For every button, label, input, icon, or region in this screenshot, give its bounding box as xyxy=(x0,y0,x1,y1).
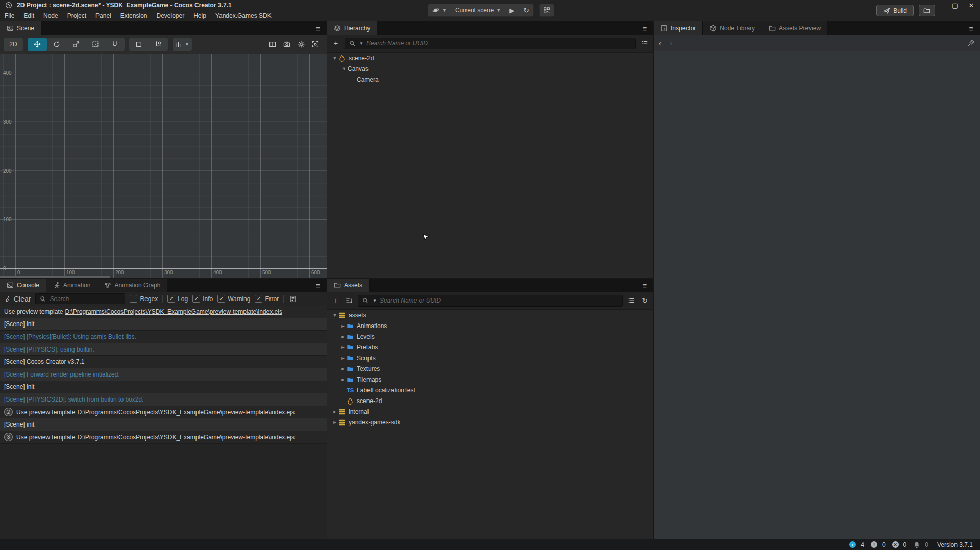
create-asset-button[interactable]: + xyxy=(331,295,340,306)
console-log-row[interactable]: 2Use preview templateD:\Programms\CocosP… xyxy=(0,406,327,419)
filter-warning[interactable]: ✓Warning xyxy=(217,295,250,303)
chevron-right-icon[interactable]: ► xyxy=(339,366,347,371)
history-forward-button[interactable]: › xyxy=(670,39,672,47)
scene-camera-button[interactable] xyxy=(283,41,290,48)
tab-animation[interactable]: Animation xyxy=(46,279,97,292)
tab-hierarchy[interactable]: Hierarchy xyxy=(327,21,377,35)
console-log-row[interactable]: [Scene] [PHYSICS]: using builtin. xyxy=(0,343,327,356)
tab-inspector[interactable]: Inspector xyxy=(654,21,703,35)
tab-animation-graph[interactable]: Animation Graph xyxy=(97,279,167,292)
preview-target-button[interactable]: ▼ xyxy=(428,4,451,16)
filter-error-checkbox[interactable]: ✓ xyxy=(255,295,262,303)
console-menu-button[interactable]: ≡ xyxy=(309,279,327,292)
console-log-row[interactable]: [Scene] [PHYSICS2D]: switch from builtin… xyxy=(0,393,327,406)
filter-log[interactable]: ✓Log xyxy=(167,295,188,303)
maximize-button[interactable]: ▢ xyxy=(949,1,961,10)
pivot-toggle-button[interactable] xyxy=(129,38,149,51)
asset-item-internal[interactable]: ►internal xyxy=(327,406,653,417)
chevron-down-icon[interactable]: ▼ xyxy=(340,66,348,71)
hierarchy-list-options-button[interactable] xyxy=(640,38,649,48)
console-log-row[interactable]: Use preview templateD:\Programms\CocosPr… xyxy=(0,306,327,318)
error-count-icon[interactable]: ✕ xyxy=(892,541,899,548)
move-tool-button[interactable] xyxy=(28,38,47,51)
bell-icon[interactable] xyxy=(913,541,920,548)
log-detail-button[interactable] xyxy=(288,294,298,304)
filter-log-checkbox[interactable]: ✓ xyxy=(167,295,175,303)
assets-refresh-button[interactable]: ↻ xyxy=(640,295,649,306)
coordinate-toggle-button[interactable] xyxy=(149,38,168,51)
assets-search-input[interactable]: ▼ Search Name or UUID xyxy=(358,295,623,307)
clear-console-button[interactable]: Clear xyxy=(4,294,31,304)
asset-item-yandex-games-sdk[interactable]: ►yandex-games-sdk xyxy=(327,417,653,428)
snap-tool-button[interactable] xyxy=(105,38,125,51)
tab-assets[interactable]: Assets xyxy=(327,279,370,292)
filter-info[interactable]: ✓Info xyxy=(192,295,213,303)
chevron-down-icon[interactable]: ▼ xyxy=(331,313,338,318)
asset-item-levels[interactable]: ►Levels xyxy=(327,331,653,342)
scene-viewport[interactable]: 4003002001000 0100200300400500600 xyxy=(0,54,327,278)
asset-item-tilemaps[interactable]: ►Tilemaps xyxy=(327,374,653,385)
chevron-right-icon[interactable]: ► xyxy=(339,323,347,329)
tab-assets-preview[interactable]: Assets Preview xyxy=(762,21,828,35)
asset-item-prefabs[interactable]: ►Prefabs xyxy=(327,342,653,353)
menu-item-panel[interactable]: Panel xyxy=(91,10,116,21)
asset-item-textures[interactable]: ►Textures xyxy=(327,363,653,374)
history-back-button[interactable]: ‹ xyxy=(659,39,662,47)
tab-console[interactable]: Console xyxy=(0,279,46,292)
build-button[interactable]: Build xyxy=(876,5,914,16)
close-button[interactable]: ✕ xyxy=(966,1,977,10)
asset-item-scripts[interactable]: ►Scripts xyxy=(327,353,653,363)
menu-item-developer[interactable]: Developer xyxy=(152,10,189,21)
log-link[interactable]: D:\Programms\CocosProjects\YSDK_ExampleG… xyxy=(65,308,282,315)
console-log-row[interactable]: [Scene] Forward render pipeline initiali… xyxy=(0,368,327,381)
scene-select[interactable]: Current scene ▼ xyxy=(451,4,505,16)
filter-regex-checkbox[interactable] xyxy=(130,295,137,303)
info-count-icon[interactable]: i xyxy=(849,541,856,548)
assets-list-options-button[interactable] xyxy=(627,295,636,306)
menu-item-yandex-games-sdk[interactable]: Yandex.Games SDK xyxy=(211,10,276,21)
menu-item-edit[interactable]: Edit xyxy=(19,10,39,21)
console-log-row[interactable]: 3Use preview templateD:\Programms\CocosP… xyxy=(0,431,327,444)
asset-item-scene-2d[interactable]: scene-2d xyxy=(327,395,653,406)
tab-scene[interactable]: Scene xyxy=(0,21,41,35)
split-view-button[interactable] xyxy=(269,41,276,48)
console-log-row[interactable]: [Scene] Cocos Creator v3.7.1 xyxy=(0,356,327,368)
filter-error[interactable]: ✓Error xyxy=(255,295,279,303)
reload-button[interactable]: ↻ xyxy=(519,4,533,16)
menu-item-file[interactable]: File xyxy=(0,10,19,21)
asset-item-labellocalizationtest[interactable]: TSLabelLocalizationTest xyxy=(327,385,653,395)
hierarchy-menu-button[interactable]: ≡ xyxy=(636,21,653,35)
pin-icon[interactable] xyxy=(968,39,975,46)
filter-warning-checkbox[interactable]: ✓ xyxy=(217,295,225,303)
assets-sort-button[interactable] xyxy=(345,295,354,306)
hierarchy-node-scene-2d[interactable]: ▼scene-2d xyxy=(327,53,653,63)
filter-info-checkbox[interactable]: ✓ xyxy=(192,295,200,303)
console-log-row[interactable]: [Scene] init xyxy=(0,318,327,331)
chevron-right-icon[interactable]: ► xyxy=(331,409,338,414)
assets-menu-button[interactable]: ≡ xyxy=(636,279,653,292)
preview-qr-button[interactable] xyxy=(539,4,554,17)
chevron-right-icon[interactable]: ► xyxy=(331,420,338,425)
inspector-menu-button[interactable]: ≡ xyxy=(963,21,980,35)
console-log-row[interactable]: [Scene] [Physics][Bullet]: Using asmjs B… xyxy=(0,331,327,343)
create-node-button[interactable]: + xyxy=(331,38,340,48)
stats-dropdown-button[interactable]: ▼ xyxy=(173,38,192,51)
menu-item-help[interactable]: Help xyxy=(189,10,211,21)
console-log-row[interactable]: [Scene] init xyxy=(0,418,327,431)
menu-item-project[interactable]: Project xyxy=(63,10,91,21)
rotate-tool-button[interactable] xyxy=(47,38,66,51)
rect-tool-button[interactable] xyxy=(86,38,105,51)
console-log-row[interactable]: [Scene] init xyxy=(0,381,327,394)
asset-item-assets[interactable]: ▼assets xyxy=(327,310,653,320)
filter-regex[interactable]: Regex xyxy=(130,295,158,303)
horizontal-scrollbar-thumb[interactable] xyxy=(0,276,110,278)
hierarchy-node-canvas[interactable]: ▼Canvas xyxy=(327,63,653,74)
menu-item-node[interactable]: Node xyxy=(39,10,63,21)
scene-menu-button[interactable]: ≡ xyxy=(309,21,327,35)
tab-node-library[interactable]: Node Library xyxy=(703,21,762,35)
chevron-right-icon[interactable]: ► xyxy=(339,356,347,361)
hierarchy-node-camera[interactable]: Camera xyxy=(327,74,653,85)
scale-tool-button[interactable] xyxy=(66,38,86,51)
menu-item-extension[interactable]: Extension xyxy=(116,10,152,21)
2d-3d-toggle[interactable]: 2D xyxy=(4,38,23,51)
